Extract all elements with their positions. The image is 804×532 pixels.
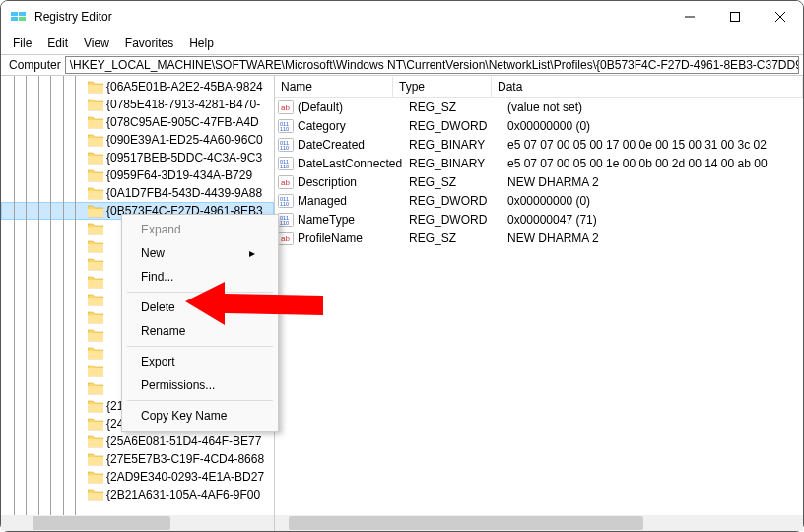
value-row[interactable]: 011110DateCreatedREG_BINARYe5 07 07 00 0… bbox=[275, 135, 803, 154]
ctx-export[interactable]: Export bbox=[125, 350, 275, 373]
folder-icon bbox=[88, 186, 103, 200]
folder-icon bbox=[88, 381, 103, 395]
value-type: REG_SZ bbox=[409, 100, 507, 114]
value-type: REG_BINARY bbox=[409, 157, 507, 170]
svg-text:110: 110 bbox=[280, 145, 289, 151]
value-row[interactable]: 011110CategoryREG_DWORD0x00000000 (0) bbox=[275, 116, 803, 135]
svg-text:110: 110 bbox=[280, 220, 289, 226]
value-row[interactable]: abProfileNameREG_SZNEW DHARMA 2 bbox=[275, 229, 803, 247]
value-row[interactable]: abDescriptionREG_SZNEW DHARMA 2 bbox=[275, 172, 803, 191]
folder-icon bbox=[88, 98, 103, 111]
folder-icon bbox=[88, 239, 103, 253]
folder-icon bbox=[88, 488, 103, 501]
value-type: REG_DWORD bbox=[409, 119, 507, 133]
svg-text:ab: ab bbox=[281, 103, 290, 112]
value-row[interactable]: ab(Default)REG_SZ(value not set) bbox=[275, 98, 803, 116]
tree-item[interactable]: {06A5E01B-A2E2-45BA-9824 bbox=[1, 78, 274, 96]
menu-help[interactable]: Help bbox=[183, 34, 220, 52]
value-type: REG_SZ bbox=[409, 175, 507, 189]
binary-value-icon: 011110 bbox=[278, 212, 294, 228]
titlebar: Registry Editor bbox=[1, 1, 803, 33]
value-row[interactable]: 011110ManagedREG_DWORD0x00000000 (0) bbox=[275, 191, 803, 210]
value-data: e5 07 07 00 05 00 17 00 0e 00 15 00 31 0… bbox=[507, 138, 803, 152]
menu-edit[interactable]: Edit bbox=[41, 34, 74, 52]
folder-icon bbox=[88, 364, 103, 377]
menu-favorites[interactable]: Favorites bbox=[119, 34, 179, 52]
tree-item-label: {0959F64-3D19-434A-B729 bbox=[106, 168, 252, 182]
address-label: Computer bbox=[1, 58, 65, 72]
ctx-rename[interactable]: Rename bbox=[125, 319, 275, 343]
values-pane: Name Type Data ab(Default)REG_SZ(value n… bbox=[275, 76, 803, 531]
ctx-copy-key-name[interactable]: Copy Key Name bbox=[125, 404, 275, 428]
window-title: Registry Editor bbox=[34, 10, 112, 24]
separator bbox=[127, 346, 273, 347]
value-data: NEW DHARMA 2 bbox=[507, 175, 803, 189]
tree-item[interactable]: {0785E418-7913-4281-B470- bbox=[1, 96, 274, 113]
folder-icon bbox=[88, 434, 103, 448]
context-menu: Expand New▸ Find... Delete Rename Export… bbox=[121, 214, 279, 432]
folder-icon bbox=[88, 151, 103, 165]
value-name: Description bbox=[298, 175, 409, 189]
string-value-icon: ab bbox=[278, 174, 294, 190]
value-type: REG_SZ bbox=[409, 232, 507, 245]
tree-item[interactable]: {0A1D7FB4-543D-4439-9A88 bbox=[1, 184, 274, 202]
tree-scrollbar[interactable] bbox=[1, 515, 275, 531]
value-name: DateLastConnected bbox=[298, 157, 409, 170]
folder-icon bbox=[88, 310, 103, 324]
value-type: REG_BINARY bbox=[409, 138, 507, 152]
value-type: REG_DWORD bbox=[409, 194, 507, 208]
tree-item[interactable]: {25A6E081-51D4-464F-BE77 bbox=[1, 432, 274, 450]
tree-item[interactable]: {09517BEB-5DDC-4C3A-9C3 bbox=[1, 149, 274, 166]
folder-icon bbox=[88, 115, 103, 129]
tree-item[interactable]: {078C95AE-905C-47FB-A4D bbox=[1, 113, 274, 131]
values-scrollbar[interactable] bbox=[275, 515, 803, 531]
tree-item-label: {0A1D7FB4-543D-4439-9A88 bbox=[106, 186, 262, 200]
ctx-find[interactable]: Find... bbox=[125, 265, 275, 289]
separator bbox=[127, 292, 273, 293]
column-type[interactable]: Type bbox=[393, 77, 492, 97]
folder-icon bbox=[88, 204, 103, 218]
folder-icon bbox=[88, 452, 103, 466]
tree-item-label: {0785E418-7913-4281-B470- bbox=[106, 98, 260, 111]
svg-text:ab: ab bbox=[281, 234, 290, 243]
menu-view[interactable]: View bbox=[78, 34, 115, 52]
value-row[interactable]: 011110DateLastConnectedREG_BINARYe5 07 0… bbox=[275, 154, 803, 172]
minimize-button[interactable] bbox=[667, 1, 712, 33]
value-name: Managed bbox=[298, 194, 409, 208]
binary-value-icon: 011110 bbox=[278, 137, 294, 153]
ctx-delete[interactable]: Delete bbox=[125, 296, 275, 319]
value-name: NameType bbox=[298, 213, 409, 227]
tree-item[interactable]: {2B21A631-105A-4AF6-9F00 bbox=[1, 486, 274, 503]
tree-item-label: {25A6E081-51D4-464F-BE77 bbox=[106, 434, 261, 448]
menu-file[interactable]: File bbox=[7, 34, 37, 52]
addressbar: Computer \HKEY_LOCAL_MACHINE\SOFTWARE\Mi… bbox=[1, 54, 803, 76]
address-path[interactable]: \HKEY_LOCAL_MACHINE\SOFTWARE\Microsoft\W… bbox=[65, 56, 799, 74]
value-name: DateCreated bbox=[298, 138, 409, 152]
tree-item[interactable]: {2AD9E340-0293-4E1A-BD27 bbox=[1, 468, 274, 486]
string-value-icon: ab bbox=[278, 100, 294, 115]
menubar: File Edit View Favorites Help bbox=[1, 33, 803, 54]
registry-editor-icon bbox=[11, 9, 27, 25]
value-name: Category bbox=[298, 119, 409, 133]
tree-item[interactable]: {27E5E7B3-C19F-4CD4-8668 bbox=[1, 450, 274, 468]
column-data[interactable]: Data bbox=[492, 77, 803, 97]
string-value-icon: ab bbox=[278, 231, 294, 246]
svg-rect-2 bbox=[19, 12, 26, 16]
svg-text:ab: ab bbox=[281, 178, 290, 187]
folder-icon bbox=[88, 417, 103, 431]
maximize-button[interactable] bbox=[712, 1, 758, 33]
close-button[interactable] bbox=[758, 1, 803, 33]
folder-icon bbox=[88, 133, 103, 147]
svg-rect-1 bbox=[11, 17, 18, 21]
value-data: 0x00000000 (0) bbox=[507, 119, 803, 133]
value-row[interactable]: 011110NameTypeREG_DWORD0x00000047 (71) bbox=[275, 210, 803, 229]
column-name[interactable]: Name bbox=[275, 77, 393, 97]
ctx-new[interactable]: New▸ bbox=[125, 241, 275, 265]
folder-icon bbox=[88, 80, 103, 94]
tree-item-label: {27E5E7B3-C19F-4CD4-8668 bbox=[106, 452, 264, 466]
folder-icon bbox=[88, 168, 103, 182]
ctx-permissions[interactable]: Permissions... bbox=[125, 373, 275, 397]
binary-value-icon: 011110 bbox=[278, 193, 294, 209]
tree-item[interactable]: {090E39A1-ED25-4A60-96C0 bbox=[1, 131, 274, 149]
tree-item[interactable]: {0959F64-3D19-434A-B729 bbox=[1, 166, 274, 184]
